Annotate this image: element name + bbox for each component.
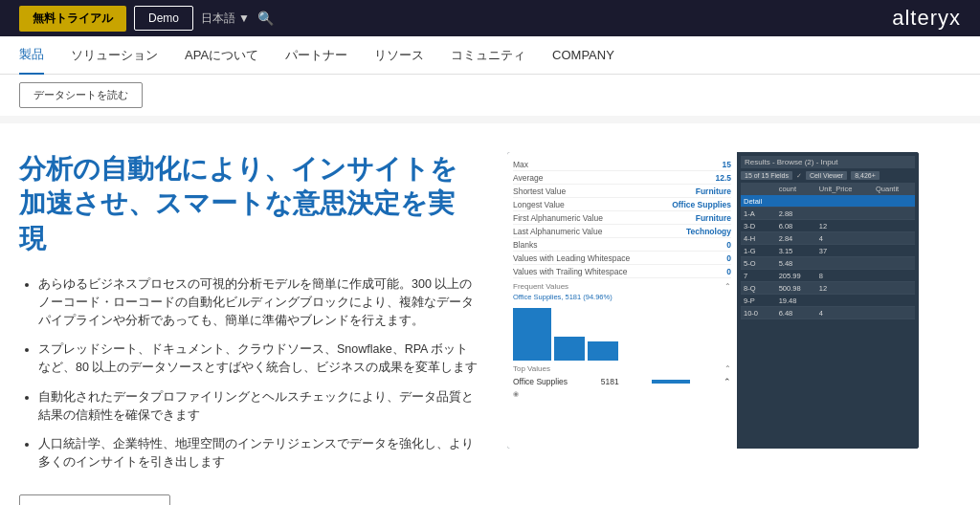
- expand-icon-2[interactable]: ⌃: [724, 364, 731, 373]
- table-cell: [873, 257, 915, 270]
- panel-toolbar: 15 of 15 Fields ✓ Cell Viewer 8,426+: [741, 171, 915, 180]
- table-cell: 205.99: [776, 270, 816, 282]
- frequent-values-header: Frequent Values ⌃: [513, 282, 731, 291]
- table-cell: [873, 307, 915, 319]
- table-row: 5-O5.48: [741, 257, 915, 270]
- table-row: 7205.998: [741, 270, 915, 282]
- language-selector[interactable]: 日本語 ▼: [201, 11, 250, 27]
- stat-label-first-alpha: First Alphanumeric Value: [513, 213, 603, 223]
- ui-panel-left: Max 15 Average 12.5 Shortest Value Furni…: [507, 152, 737, 449]
- stat-row-first-alpha: First Alphanumeric Value Furniture: [513, 211, 731, 225]
- table-cell: 4: [816, 307, 873, 319]
- expand-icon[interactable]: ⌃: [724, 282, 731, 291]
- table-cell: 1-G: [741, 245, 776, 257]
- table-row: 3-D6.0812: [741, 220, 915, 232]
- nav-item-company[interactable]: COMPANY: [552, 38, 614, 72]
- col-header-qty: Quantit: [873, 183, 915, 195]
- stat-row-last-alpha: Last Alphanumeric Value Technology: [513, 225, 731, 238]
- table-cell: 12: [816, 282, 873, 295]
- demo-button[interactable]: Demo: [134, 6, 193, 31]
- count-label: 8,426+: [851, 171, 880, 180]
- table-cell: [816, 295, 873, 307]
- top-values-label: Top Values: [513, 364, 550, 373]
- logo: alteryx: [892, 6, 961, 31]
- stat-label-trailing: Values with Trailing Whitespace: [513, 267, 627, 276]
- table-row: 9-P19.48: [741, 295, 915, 307]
- view-label[interactable]: Cell Viewer: [806, 171, 847, 180]
- table-cell: [873, 270, 915, 282]
- stat-value-trailing: 0: [726, 267, 731, 276]
- stat-value-leading: 0: [726, 253, 731, 263]
- hero-title: 分析の自動化により、インサイトを加速させ、スマートな意思決定を実現: [19, 152, 479, 256]
- stat-row-longest: Longest Value Office Supplies: [513, 198, 731, 211]
- table-cell: [873, 232, 915, 245]
- stat-row-leading: Values with Leading Whitespace 0: [513, 252, 731, 265]
- top-value-count: 5181: [601, 377, 619, 386]
- nav-bar: 製品 ソリューション APAについて パートナー リソース コミュニティ COM…: [0, 36, 980, 75]
- expand-icon-3[interactable]: ⌃: [724, 377, 731, 386]
- fields-label[interactable]: 15 of 15 Fields: [741, 171, 792, 180]
- header-top: 無料トライアル Demo 日本語 ▼ 🔍 alteryx: [0, 0, 980, 36]
- table-row: 8-Q500.9812: [741, 282, 915, 295]
- nav-item-community[interactable]: コミュニティ: [451, 37, 525, 74]
- hero-bullets: あらゆるビジネスプロセスの可視的分析モデルを簡単に作成可能。300 以上のノーコ…: [19, 275, 479, 472]
- col-header-1: [741, 183, 776, 195]
- nav-item-partner[interactable]: パートナー: [285, 37, 347, 74]
- table-header-row: count Unit_Price Quantit: [741, 183, 915, 195]
- stat-label-longest: Longest Value: [513, 200, 565, 209]
- bar-office-supplies: [513, 308, 551, 361]
- table-cell: 8: [816, 270, 873, 282]
- table-cell: [776, 195, 816, 208]
- table-cell: 4-H: [741, 232, 776, 245]
- nav-item-products[interactable]: 製品: [19, 36, 44, 75]
- bullet-2: スプレッドシート、ドキュメント、クラウドソース、Snowflake、RPA ボッ…: [38, 340, 479, 377]
- cursor-icon: [623, 349, 631, 361]
- table-cell: 2.84: [776, 232, 816, 245]
- stat-value-avg: 12.5: [715, 173, 731, 183]
- table-cell: 6.08: [776, 220, 816, 232]
- nav-item-apa[interactable]: APAについて: [185, 37, 258, 74]
- checkmark-icon: ✓: [796, 172, 802, 180]
- table-cell: 2.88: [776, 208, 816, 220]
- table-cell: [816, 195, 873, 208]
- stat-label-last-alpha: Last Alphanumeric Value: [513, 227, 602, 236]
- header-top-left: 無料トライアル Demo 日本語 ▼ 🔍: [19, 6, 274, 32]
- stat-label-leading: Values with Leading Whitespace: [513, 253, 630, 263]
- table-cell: 37: [816, 245, 873, 257]
- chevron-down-icon: ▼: [238, 11, 250, 25]
- table-cell: 6.48: [776, 307, 816, 319]
- hero-right: Max 15 Average 12.5 Shortest Value Furni…: [507, 152, 919, 505]
- hero-section: 分析の自動化により、インサイトを加速させ、スマートな意思決定を実現 あらゆるビジ…: [0, 123, 980, 505]
- bar-2: [554, 337, 585, 361]
- table-cell: [816, 208, 873, 220]
- table-cell: [873, 195, 915, 208]
- table-cell: 12: [816, 220, 873, 232]
- table-cell: 500.98: [776, 282, 816, 295]
- datasheet-button[interactable]: データシートを読む: [19, 82, 143, 108]
- table-cell: 3.15: [776, 245, 816, 257]
- table-row: 1-G3.1537: [741, 245, 915, 257]
- stat-label-avg: Average: [513, 173, 544, 183]
- results-table: count Unit_Price Quantit Detail1-A2.883-…: [741, 183, 915, 319]
- start-trial-button[interactable]: 無料トライアルを開始: [19, 494, 170, 505]
- stat-label-blanks: Blanks: [513, 240, 538, 250]
- table-cell: 8-Q: [741, 282, 776, 295]
- nav-item-resources[interactable]: リソース: [374, 37, 424, 74]
- table-cell: 7: [741, 270, 776, 282]
- table-row: Detail: [741, 195, 915, 208]
- results-header: Results - Browse (2) - Input: [741, 156, 915, 168]
- trial-button[interactable]: 無料トライアル: [19, 6, 126, 32]
- table-row: 10-06.484: [741, 307, 915, 319]
- nav-item-solutions[interactable]: ソリューション: [71, 37, 158, 74]
- section-divider: [0, 116, 980, 123]
- table-cell: [873, 282, 915, 295]
- stat-value-blanks: 0: [726, 240, 731, 250]
- stat-row-shortest: Shortest Value Furniture: [513, 185, 731, 198]
- table-cell: [873, 208, 915, 220]
- search-icon[interactable]: 🔍: [257, 11, 274, 26]
- stat-value-max: 15: [723, 160, 731, 169]
- stat-value-shortest: Furniture: [696, 187, 731, 196]
- table-cell: [816, 257, 873, 270]
- stat-row-blanks: Blanks 0: [513, 238, 731, 252]
- bullet-1: あらゆるビジネスプロセスの可視的分析モデルを簡単に作成可能。300 以上のノーコ…: [38, 275, 479, 329]
